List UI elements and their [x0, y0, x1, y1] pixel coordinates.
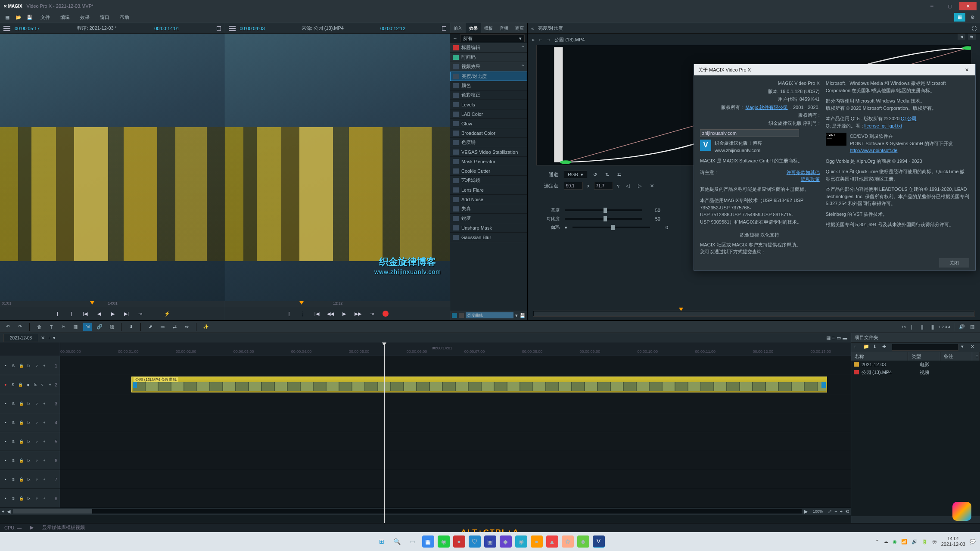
timeline-scroll-left-icon[interactable]: ◀ [7, 509, 10, 514]
src-prev-frame-icon[interactable]: ◀◀ [327, 310, 334, 318]
mixer-icon[interactable]: ▥ [968, 323, 977, 331]
track-solo-icon[interactable]: S [10, 363, 16, 369]
tray-network-icon[interactable]: 📶 [901, 539, 907, 545]
program-menu-icon[interactable] [3, 26, 10, 31]
track-fx-icon[interactable]: fx [26, 363, 32, 369]
clip-handle-left[interactable] [133, 382, 137, 388]
tray-volume-icon[interactable]: 🔊 [912, 539, 918, 545]
gamma-dropdown-icon[interactable]: ▾ [565, 225, 567, 230]
taskbar-app-7[interactable]: ● [531, 535, 543, 548]
fx-vegas-stabilization[interactable]: VEGAS Video Stabilization [450, 147, 527, 157]
src-goto-end-icon[interactable]: ⇥ [368, 310, 376, 318]
contrast-slider[interactable] [565, 218, 642, 220]
tab-add-icon[interactable]: + [47, 335, 50, 340]
view-grid-icon[interactable]: ▦ [826, 335, 831, 341]
cut-tool-icon[interactable]: ✂ [59, 323, 68, 331]
tab-menu-icon[interactable]: ▾ [53, 335, 56, 341]
fx-fwd-icon[interactable]: → [546, 37, 551, 42]
fx-unsharp-mask[interactable]: Unsharp Mask [450, 223, 527, 233]
unlink-icon[interactable]: ⛓ [107, 323, 116, 331]
mark-in-icon[interactable]: [ [54, 310, 62, 318]
proj-new-icon[interactable]: ✚ [882, 344, 889, 351]
brightness-value[interactable]: 50 [647, 208, 660, 213]
fx-tool-icon[interactable]: ✨ [202, 323, 210, 331]
title-tool-icon[interactable]: T [47, 323, 56, 331]
src-mark-out-icon[interactable]: ] [299, 310, 307, 318]
snap-2-icon[interactable]: || [918, 323, 926, 331]
proj-clear-icon[interactable]: ✕ [971, 344, 977, 351]
tray-expand-icon[interactable]: ⌃ [875, 539, 879, 545]
contrast-value[interactable]: 50 [647, 216, 660, 221]
taskbar-app-5[interactable]: ▣ [484, 535, 496, 548]
col-name[interactable]: 名称 [851, 352, 908, 361]
link-icon[interactable]: 🔗 [95, 323, 104, 331]
zoom-reset-icon[interactable]: ⟲ [845, 509, 849, 514]
tray-clock[interactable]: 14:012021-12-03 [941, 536, 965, 547]
record-button[interactable] [382, 310, 389, 318]
track-vol-icon[interactable]: ▿ [34, 363, 40, 369]
stretch-tool-icon[interactable]: ⇔ [182, 323, 191, 331]
goto-end-icon[interactable]: ⇥ [137, 310, 144, 318]
taskbar-videoprox-icon[interactable]: V [593, 535, 605, 548]
fx-brightness-contrast[interactable]: 亮度/对比度 [450, 72, 527, 81]
qt-company-link[interactable]: Qt 公司 [901, 116, 917, 121]
monitor-scrubber[interactable]: 01:01 14:01 12:12 [0, 301, 450, 307]
taskbar-app-10[interactable]: ♣ [577, 535, 589, 548]
magix-link[interactable]: Magix 软件有限公司 [745, 104, 787, 111]
taskbar-taskview-icon[interactable]: ▭ [407, 535, 419, 548]
fx-glow[interactable]: Glow [450, 119, 527, 128]
delete-icon[interactable]: 🗑 [35, 323, 44, 331]
fx-color[interactable]: 颜色 [450, 81, 527, 90]
track-mute-icon[interactable]: • [3, 363, 9, 369]
channel-select[interactable]: RGB ▾ [564, 171, 587, 178]
taskbar-search-icon[interactable]: 🔍 [391, 535, 403, 548]
point-next-icon[interactable]: ▷ [636, 182, 644, 190]
timeline-add-track-icon[interactable]: + [2, 509, 4, 514]
taskbar-app-8[interactable]: ▲ [546, 535, 558, 548]
open-icon[interactable]: 📂 [14, 13, 23, 22]
view-overview-icon[interactable]: ▬ [843, 335, 847, 341]
point-y-input[interactable] [594, 182, 613, 190]
tray-notifications-icon[interactable]: 💬 [970, 539, 976, 545]
program-playhead-icon[interactable] [90, 301, 94, 305]
pointer-tool-icon[interactable]: ⬈ [146, 323, 155, 331]
preset-menu-icon[interactable]: ▾ [515, 313, 518, 318]
fx-gaussian-blur[interactable]: Gaussian Blur [450, 233, 527, 242]
menu-edit[interactable]: 编辑 [56, 12, 74, 22]
export-icon[interactable]: ⚡ [163, 310, 171, 318]
fx-lens-flare[interactable]: Lens Flare [450, 185, 527, 195]
fx-collapse-icon[interactable]: « [531, 26, 534, 31]
curve-invert-icon[interactable]: ⇅ [604, 171, 611, 178]
point-x-input[interactable] [564, 182, 583, 190]
zoom-in-icon[interactable]: + [840, 509, 843, 514]
about-close-icon[interactable]: ✕ [962, 67, 971, 73]
fx-broadcast-color[interactable]: Broadcast Color [450, 128, 527, 138]
fx-max-icon[interactable]: ⛶ [972, 26, 977, 31]
point-prev-icon[interactable]: ◁ [624, 182, 632, 190]
close-button[interactable]: ✕ [959, 2, 977, 10]
fx-cookie-cutter[interactable]: Cookie Cutter [450, 166, 527, 176]
src-play-icon[interactable]: ▶ [340, 310, 348, 318]
fx-preset-compare-icon[interactable]: ⇆ [968, 34, 976, 40]
gamma-slider[interactable] [572, 227, 650, 228]
fx-mask-generator[interactable]: Mask Generator [450, 157, 527, 166]
track-rec-icon[interactable]: ● [3, 382, 8, 388]
save-icon[interactable]: 💾 [25, 13, 34, 22]
fx-lab-color[interactable]: LAB Color [450, 109, 527, 119]
instagram-widget-icon[interactable] [952, 502, 971, 521]
tab-close-icon[interactable]: ✕ [41, 335, 45, 341]
privacy-link[interactable]: 隐私政策 [787, 176, 820, 183]
col-notes[interactable]: 备注 [940, 352, 973, 361]
tab-store[interactable]: 商店 [512, 23, 527, 33]
about-close-button[interactable]: 关闭 [939, 258, 969, 268]
minimize-button[interactable]: ━ [923, 2, 940, 10]
goto-start-icon[interactable]: |◀ [81, 310, 89, 318]
source-monitor[interactable]: 织金旋律博客 www.zhijinxuanlv.com [225, 34, 451, 301]
proj-folder-icon[interactable]: 📁 [863, 344, 870, 351]
program-max-icon[interactable] [217, 26, 221, 31]
zoom-fit-icon[interactable]: ⤢ [828, 509, 832, 514]
fx-back-icon[interactable]: ← [538, 37, 543, 42]
select-tool-icon[interactable]: ▭ [158, 323, 167, 331]
tray-onedrive-icon[interactable]: ☁ [884, 539, 888, 545]
fx-chroma-key[interactable]: 色度键 [450, 138, 527, 147]
